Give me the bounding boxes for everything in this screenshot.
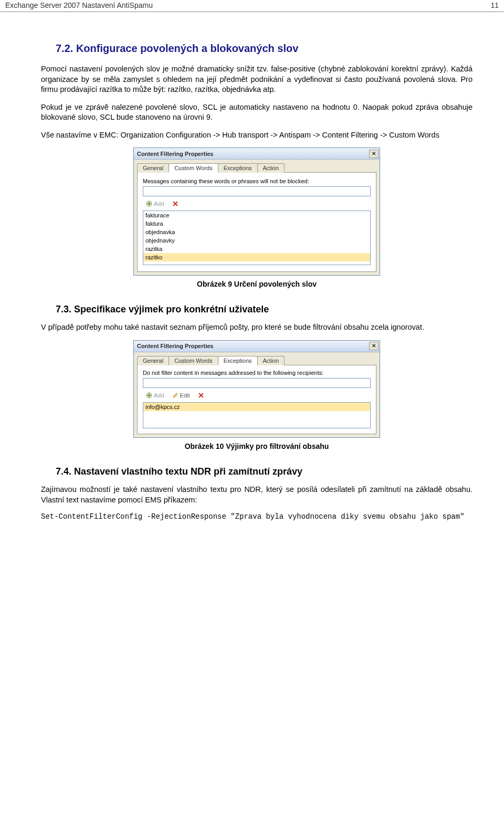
edit-button-label: Edit: [180, 392, 190, 398]
paragraph: Zajímavou možností je také nastavení vla…: [41, 485, 472, 505]
delete-button[interactable]: [169, 199, 182, 208]
delete-button[interactable]: [195, 391, 207, 400]
list-item-selected[interactable]: razitko: [143, 253, 370, 261]
content-filtering-dialog: Content Filtering Properties ✕ General C…: [133, 148, 380, 276]
paragraph: Pomocí nastavení povolených slov je možn…: [41, 64, 472, 95]
header-page-number: 11: [490, 1, 499, 9]
tab-custom-words[interactable]: Custom Words: [169, 163, 218, 173]
pencil-icon: [172, 392, 179, 399]
tab-exceptions[interactable]: Exceptions: [218, 356, 258, 365]
list-item[interactable]: fakturace: [143, 211, 370, 219]
list-item[interactable]: razitka: [143, 245, 370, 253]
tab-custom-words[interactable]: Custom Words: [169, 356, 218, 365]
paragraph: Pokud je ve zprávě nalezené povolené slo…: [41, 102, 472, 123]
dialog-titlebar[interactable]: Content Filtering Properties ✕: [134, 148, 380, 160]
tab-action[interactable]: Action: [257, 163, 285, 173]
dialog-tabs: General Custom Words Exceptions Action: [134, 352, 380, 365]
add-button-label: Add: [154, 392, 164, 398]
dialog-tabs: General Custom Words Exceptions Action: [134, 160, 380, 172]
dialog-title: Content Filtering Properties: [137, 151, 213, 157]
heading-7-2: 7.2. Konfigurace povolených a blokovanýc…: [56, 43, 472, 55]
add-button[interactable]: Add: [143, 199, 167, 208]
paragraph: V případě potřeby mohu také nastavit sez…: [41, 322, 472, 333]
heading-7-3: 7.3. Specifikace výjimek pro konkrétní u…: [56, 304, 472, 315]
x-icon: [197, 392, 205, 399]
close-icon[interactable]: ✕: [369, 150, 379, 158]
figure-caption: Obrázek 9 Určení povolených slov: [41, 280, 472, 288]
plus-icon: [145, 392, 153, 399]
page-header: Exchange Server 2007 Nastavení AntiSpamu…: [0, 0, 504, 12]
tab-general[interactable]: General: [137, 163, 169, 173]
tab-panel-exceptions: Do not filter content in messages addres…: [137, 365, 376, 434]
edit-button[interactable]: Edit: [169, 391, 193, 400]
dialog-title: Content Filtering Properties: [137, 343, 213, 349]
word-input[interactable]: [143, 186, 371, 196]
dialog-titlebar[interactable]: Content Filtering Properties ✕: [134, 341, 380, 352]
list-item[interactable]: objednavka: [143, 228, 370, 236]
x-icon: [172, 200, 179, 207]
tab-action[interactable]: Action: [257, 356, 285, 365]
tab-exceptions[interactable]: Exceptions: [218, 163, 258, 173]
panel-instruction: Messages containing these words or phras…: [143, 178, 371, 184]
figure-caption: Obrázek 10 Výjimky pro filtrování obsahu: [41, 442, 472, 450]
heading-7-4: 7.4. Nastavení vlastního textu NDR při z…: [56, 466, 472, 477]
add-button[interactable]: Add: [143, 391, 167, 400]
tab-general[interactable]: General: [137, 356, 169, 365]
add-button-label: Add: [154, 201, 164, 207]
word-listbox[interactable]: fakturace faktura objednavka objednavky …: [143, 211, 371, 265]
close-icon[interactable]: ✕: [369, 342, 379, 350]
recipient-input[interactable]: [143, 378, 371, 388]
plus-icon: [145, 200, 153, 207]
content-filtering-dialog-exceptions: Content Filtering Properties ✕ General C…: [133, 340, 380, 438]
list-item-selected[interactable]: info@kpcs.cz: [143, 403, 370, 411]
list-item[interactable]: faktura: [143, 219, 370, 228]
tab-panel-custom-words: Messages containing these words or phras…: [137, 172, 376, 272]
list-item[interactable]: objednavky: [143, 236, 370, 245]
panel-instruction: Do not filter content in messages addres…: [143, 370, 371, 376]
recipient-listbox[interactable]: info@kpcs.cz: [143, 402, 371, 428]
header-title: Exchange Server 2007 Nastavení AntiSpamu: [5, 1, 153, 9]
paragraph: Vše nastavíme v EMC: Organization Config…: [41, 130, 472, 141]
code-command: Set-ContentFilterConfig -RejectionRespon…: [41, 512, 472, 521]
